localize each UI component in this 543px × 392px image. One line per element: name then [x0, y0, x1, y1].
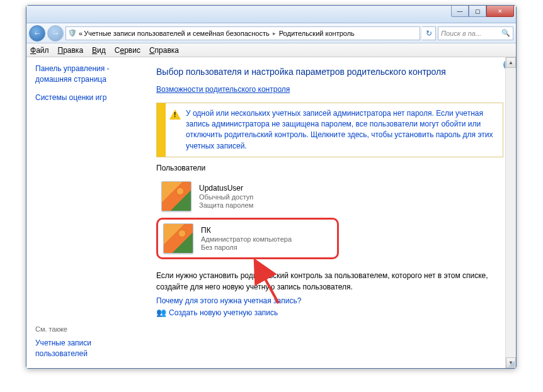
user-password-status: Без пароля	[201, 244, 292, 251]
breadcrumb-chevrons: «	[79, 30, 83, 37]
user-type: Администратор компьютера	[201, 235, 292, 243]
close-button[interactable]: ✕	[486, 6, 514, 17]
scroll-up-button[interactable]: ▲	[506, 57, 516, 68]
minimize-button[interactable]: —	[451, 6, 469, 17]
scrollbar[interactable]: ▲ ▼	[505, 57, 516, 368]
user-name: UpdatusUser	[199, 184, 253, 193]
resize-grip[interactable]	[507, 359, 515, 367]
avatar	[163, 223, 193, 254]
warning-stripe	[157, 103, 166, 157]
breadcrumb[interactable]: 🛡️ « Учетные записи пользователей и семе…	[66, 26, 420, 40]
control-panel-icon: 🛡️	[67, 28, 77, 38]
why-link[interactable]: Почему для этого нужна учетная запись?	[156, 296, 503, 305]
breadcrumb-item-2[interactable]: Родительский контроль	[279, 30, 355, 37]
user-type: Обычный доступ	[199, 193, 253, 201]
menu-tools[interactable]: Сервис	[115, 46, 140, 55]
create-account-link[interactable]: Создать новую учетную запись	[156, 308, 503, 318]
maximize-button[interactable]: ▢	[469, 6, 486, 17]
user-info: UpdatusUser Обычный доступ Защита пароле…	[199, 184, 253, 209]
user-name: ПК	[201, 226, 292, 235]
capabilities-link[interactable]: Возможности родительского контроля	[156, 85, 290, 94]
warning-text: У одной или нескольких учетных записей а…	[186, 108, 494, 152]
hint-text: Если нужно установить родительский контр…	[156, 271, 503, 293]
sidebar: Панель управления - домашняя страница Си…	[26, 57, 152, 368]
see-also-label: См. также	[35, 325, 144, 333]
page-title: Выбор пользователя и настройка параметро…	[156, 66, 503, 79]
refresh-icon: ↻	[426, 29, 432, 38]
refresh-button[interactable]: ↻	[422, 26, 436, 40]
title-buttons: — ▢ ✕	[451, 6, 514, 17]
main-pane: ? Выбор пользователя и настройка парамет…	[152, 57, 516, 368]
forward-button[interactable]: →	[47, 25, 64, 42]
navbar: ← → 🛡️ « Учетные записи пользователей и …	[26, 23, 516, 43]
user-item-pk[interactable]: ПК Администратор компьютера Без пароля	[156, 218, 339, 259]
search-icon: 🔍	[501, 29, 510, 37]
sidebar-accounts-link[interactable]: Учетные записи пользователей	[35, 338, 144, 359]
menubar: Файл Правка Вид Сервис Справка	[26, 43, 516, 57]
breadcrumb-item-1[interactable]: Учетные записи пользователей и семейная …	[84, 30, 270, 37]
avatar	[161, 181, 191, 211]
menu-view[interactable]: Вид	[92, 46, 106, 55]
sidebar-ratings-link[interactable]: Системы оценки игр	[35, 92, 144, 103]
menu-file[interactable]: Файл	[30, 46, 49, 55]
people-icon	[156, 308, 166, 318]
user-info: ПК Администратор компьютера Без пароля	[201, 226, 292, 251]
create-account-label: Создать новую учетную запись	[169, 308, 278, 317]
warning-body: У одной или нескольких учетных записей а…	[166, 103, 503, 157]
menu-help[interactable]: Справка	[149, 46, 179, 55]
search-input[interactable]: Поиск в па... 🔍	[438, 26, 513, 40]
warning-box[interactable]: У одной или нескольких учетных записей а…	[156, 103, 503, 158]
menu-edit[interactable]: Правка	[58, 46, 84, 55]
window: — ▢ ✕ ← → 🛡️ « Учетные записи пользовате…	[26, 5, 517, 369]
search-placeholder: Поиск в па...	[441, 30, 481, 37]
back-button[interactable]: ←	[29, 25, 45, 42]
warning-icon	[169, 109, 181, 120]
sidebar-home-link[interactable]: Панель управления - домашняя страница	[35, 64, 144, 85]
user-password-status: Защита паролем	[199, 201, 253, 209]
users-label: Пользователи	[156, 164, 503, 172]
content: Панель управления - домашняя страница Си…	[26, 57, 516, 368]
titlebar: — ▢ ✕	[26, 6, 516, 23]
breadcrumb-sep: ▸	[271, 30, 278, 36]
user-item-updatususer[interactable]: UpdatusUser Обычный доступ Защита пароле…	[156, 177, 503, 215]
